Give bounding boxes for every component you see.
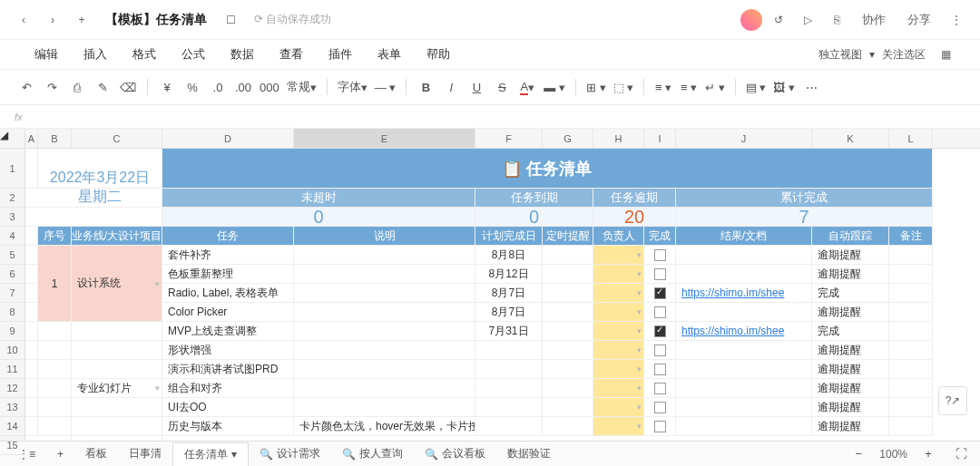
- add-sheet-button[interactable]: +: [46, 444, 74, 464]
- task-owner-2[interactable]: ▾: [593, 284, 644, 303]
- task-remind-3[interactable]: [543, 303, 593, 322]
- task-link-8[interactable]: [676, 398, 812, 417]
- task-name-3[interactable]: Color Picker: [162, 303, 294, 322]
- col-header-B[interactable]: B: [38, 129, 72, 148]
- task-name-9[interactable]: 历史与版本: [162, 417, 294, 436]
- task-track-9[interactable]: 逾期提醒: [812, 417, 889, 436]
- percent-button[interactable]: %: [181, 75, 204, 99]
- colheader-6[interactable]: 负责人: [593, 227, 644, 246]
- task-due-0[interactable]: 8月8日: [475, 246, 543, 265]
- task-note-1[interactable]: [294, 265, 475, 284]
- app-icon[interactable]: ▦: [933, 42, 958, 67]
- task-owner-7[interactable]: ▾: [593, 379, 644, 398]
- col-header-C[interactable]: C: [72, 129, 162, 148]
- col-header-I[interactable]: I: [644, 129, 676, 148]
- task-owner-3[interactable]: ▾: [593, 303, 644, 322]
- row-header-10[interactable]: 10: [0, 341, 24, 360]
- tab-validate[interactable]: 数据验证: [496, 442, 562, 465]
- formula-bar[interactable]: fx: [0, 105, 980, 129]
- decimal-dec-button[interactable]: .0: [206, 75, 230, 99]
- menu-plugin[interactable]: 插件: [316, 43, 365, 66]
- tab-tasklist[interactable]: 任务清单 ▾: [172, 442, 249, 466]
- task-remind-5[interactable]: [543, 341, 593, 360]
- halign-button[interactable]: ≡ ▾: [652, 75, 675, 99]
- row-header-13[interactable]: 13: [0, 398, 24, 417]
- freeze-button[interactable]: ▤ ▾: [743, 75, 769, 99]
- stat-1[interactable]: 任务到期: [475, 189, 593, 208]
- row-header-6[interactable]: 6: [0, 265, 24, 284]
- task-remark-4[interactable]: [889, 322, 933, 341]
- zeros-button[interactable]: 000: [257, 75, 282, 99]
- present-icon[interactable]: ⎘: [824, 7, 849, 33]
- font-size-dropdown[interactable]: — ▾: [372, 75, 399, 99]
- decimal-inc-button[interactable]: .00: [231, 75, 255, 99]
- stat-0[interactable]: 未超时: [162, 189, 475, 208]
- tab-daily[interactable]: 日事清: [118, 442, 172, 465]
- row-header-9[interactable]: 9: [0, 322, 24, 341]
- zoom-in-button[interactable]: +: [916, 442, 940, 466]
- tab-meeting[interactable]: 🔍 会议看板: [414, 442, 496, 465]
- task-remark-7[interactable]: [889, 379, 933, 398]
- task-link-9[interactable]: [676, 417, 812, 436]
- task-name-4[interactable]: MVP上线走查调整: [162, 322, 294, 341]
- menu-help[interactable]: 帮助: [414, 43, 463, 66]
- task-note-9[interactable]: 卡片颜色太浅，hover无效果，卡片按钮交互优化: [294, 417, 475, 436]
- task-link-3[interactable]: [676, 303, 812, 322]
- wrap-button[interactable]: ↵ ▾: [702, 75, 728, 99]
- statv-2[interactable]: 20: [593, 208, 676, 227]
- task-link-1[interactable]: [676, 265, 812, 284]
- task-remind-4[interactable]: [543, 322, 593, 341]
- task-remind-0[interactable]: [543, 246, 593, 265]
- task-link-7[interactable]: [676, 379, 812, 398]
- task-note-3[interactable]: [294, 303, 475, 322]
- task-note-8[interactable]: [294, 398, 475, 417]
- task-track-6[interactable]: 逾期提醒: [812, 360, 889, 379]
- new-tab-button[interactable]: +: [69, 7, 94, 33]
- col-header-L[interactable]: L: [889, 129, 933, 148]
- fill-color-button[interactable]: ▬ ▾: [541, 75, 568, 99]
- task-done-3[interactable]: [644, 303, 676, 322]
- task-owner-1[interactable]: ▾: [593, 265, 644, 284]
- task-remind-1[interactable]: [543, 265, 593, 284]
- row-header-3[interactable]: 3: [0, 208, 24, 227]
- task-note-7[interactable]: [294, 379, 475, 398]
- task-note-6[interactable]: [294, 360, 475, 379]
- statv-0[interactable]: 0: [162, 208, 475, 227]
- strike-button[interactable]: S: [490, 75, 514, 99]
- task-due-8[interactable]: [475, 398, 543, 417]
- task-note-4[interactable]: [294, 322, 475, 341]
- statv-1[interactable]: 0: [475, 208, 593, 227]
- merge-button[interactable]: ⬚ ▾: [611, 75, 637, 99]
- group-seq-0[interactable]: 1: [38, 246, 72, 322]
- task-done-9[interactable]: [644, 417, 676, 436]
- bold-button[interactable]: B: [414, 75, 437, 99]
- task-due-9[interactable]: [475, 417, 543, 436]
- task-due-1[interactable]: 8月12日: [475, 265, 543, 284]
- task-remind-6[interactable]: [543, 360, 593, 379]
- toolbar-more-button[interactable]: ⋯: [799, 75, 823, 99]
- task-track-4[interactable]: 完成: [812, 322, 889, 341]
- task-done-1[interactable]: [644, 265, 676, 284]
- back-button[interactable]: ‹: [11, 7, 36, 33]
- group-name-0[interactable]: 设计系统▾: [72, 246, 162, 322]
- task-link-6[interactable]: [676, 360, 812, 379]
- task-track-5[interactable]: 逾期提醒: [812, 341, 889, 360]
- row-header-1[interactable]: 1: [0, 149, 24, 189]
- task-remark-6[interactable]: [889, 360, 933, 379]
- task-due-2[interactable]: 8月7日: [475, 284, 543, 303]
- task-owner-0[interactable]: ▾: [593, 246, 644, 265]
- valign-button[interactable]: ≡ ▾: [677, 75, 701, 99]
- row-header-2[interactable]: 2: [0, 189, 24, 208]
- collab-button[interactable]: 协作: [853, 8, 895, 32]
- task-name-0[interactable]: 套件补齐: [162, 246, 294, 265]
- row-header-11[interactable]: 11: [0, 360, 24, 379]
- task-done-8[interactable]: [644, 398, 676, 417]
- share-button[interactable]: 分享: [898, 8, 940, 32]
- task-remark-2[interactable]: [889, 284, 933, 303]
- task-remind-2[interactable]: [543, 284, 593, 303]
- colheader-2[interactable]: 任务: [162, 227, 294, 246]
- row-header-7[interactable]: 7: [0, 284, 24, 303]
- tab-by-person[interactable]: 🔍 按人查询: [331, 442, 414, 465]
- fullscreen-button[interactable]: ⛶: [949, 442, 973, 466]
- task-track-8[interactable]: 逾期提醒: [812, 398, 889, 417]
